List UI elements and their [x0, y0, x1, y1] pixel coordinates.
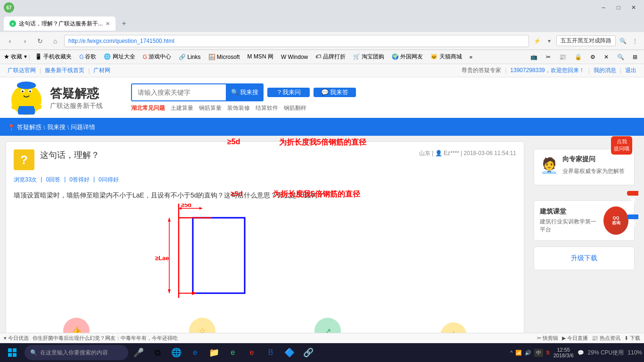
breadcrumb: 📍 答疑解惑 \ 我来搜 \ 问题详情: [0, 119, 644, 136]
live-stream[interactable]: ▶ 今日直播: [562, 335, 588, 342]
start-button[interactable]: [2, 344, 23, 361]
bookmark-brand[interactable]: 🏷 品牌打折: [313, 52, 348, 62]
minimize-button[interactable]: –: [597, 3, 610, 12]
breadcrumb-current: 问题详情: [71, 123, 95, 132]
tag-fanyang[interactable]: 钢筋翻样: [284, 104, 306, 112]
app-browser2[interactable]: e: [224, 344, 241, 361]
svg-marker-19: [168, 218, 171, 222]
user-phone[interactable]: 13907298339，欢迎您回来！: [510, 66, 584, 74]
today-picks[interactable]: ▾ 今日优选: [4, 335, 29, 342]
forward-button[interactable]: ›: [19, 35, 31, 47]
toolbar-icon-2[interactable]: ✂: [543, 53, 553, 61]
tag-tujian[interactable]: 土建算量: [171, 104, 193, 112]
answer-button[interactable]: 💬 我来答: [314, 88, 356, 97]
tag-zhuangshi[interactable]: 装饰装修: [227, 104, 250, 112]
search-button[interactable]: 🔍 我来搜: [226, 83, 264, 101]
ask-button[interactable]: ？我来问: [267, 88, 310, 97]
search-tags: 湖北常见问题 土建算量 钢筋算量 装饰装修 结算软件 钢筋翻样: [131, 104, 636, 112]
close-button[interactable]: ✕: [627, 3, 640, 12]
toolbar-icon-5[interactable]: ⚙: [587, 53, 598, 61]
my-messages-link[interactable]: 我的消息: [594, 66, 616, 74]
new-tab-button[interactable]: +: [117, 17, 131, 30]
link-guanglianda-official[interactable]: 广联达官网: [8, 66, 36, 74]
app-edge[interactable]: e: [187, 344, 204, 361]
bookmark-phone[interactable]: 📱 手机收藏夹: [32, 52, 74, 62]
taskbar-search-icon: 🔍: [30, 349, 37, 356]
logout-link[interactable]: 退出: [625, 66, 636, 74]
app-ie[interactable]: 🌐: [168, 344, 185, 361]
tab-title: 这句话，理解？广联达服务新干...: [19, 20, 103, 28]
toolbar-icon-3[interactable]: 📰: [556, 53, 569, 61]
bookmark-tmall[interactable]: 🐱 天猫商城: [428, 52, 464, 62]
feedback-button[interactable]: 意见反馈: [627, 191, 638, 196]
download-item[interactable]: ⬇ 下载: [624, 335, 640, 342]
bookmark-msn[interactable]: M MSN 网: [245, 52, 276, 62]
link-service-home[interactable]: 服务新干线首页: [45, 66, 84, 74]
app-ie2[interactable]: e: [243, 344, 260, 361]
toolbar-icon-7[interactable]: 🔍: [614, 53, 627, 61]
quick-edit[interactable]: ✂ 快剪辑: [537, 335, 558, 342]
site-subtitle: 广联达服务新干线: [50, 102, 103, 110]
toolbar-icon-8[interactable]: ⊞: [630, 53, 640, 61]
refresh-button[interactable]: ↻: [34, 35, 46, 47]
bookmark-game[interactable]: G 游戏中心: [140, 52, 174, 62]
settings-icon[interactable]: ⋮: [630, 36, 640, 46]
follow-button[interactable]: 关注我们: [627, 214, 638, 219]
link-guangcai[interactable]: 广材网: [93, 66, 110, 74]
expert-desc: 业界最权威专家为您解答: [562, 167, 625, 175]
svg-marker-20: [168, 289, 171, 293]
active-tab[interactable]: e 这句话，理解？广联达服务新干... ✕: [4, 16, 116, 31]
notification-icon[interactable]: 💬: [578, 350, 584, 356]
app-sogou[interactable]: 🔷: [281, 344, 298, 361]
bookmark-webdaquan[interactable]: 🌐 网址大全: [101, 52, 138, 62]
hot-news[interactable]: 📰 热点资讯: [592, 335, 620, 342]
bookmark-google[interactable]: G 谷歌: [76, 52, 99, 62]
app-baidu[interactable]: B: [262, 344, 279, 361]
taskbar-search[interactable]: 🔍 在这里输入你要搜索的内容: [25, 345, 128, 360]
consult-bubble[interactable]: 点我提问哦: [611, 136, 632, 155]
back-button[interactable]: ‹: [4, 35, 16, 47]
cpu-usage: 29% CPU使用: [588, 349, 624, 357]
bookmark-taobao[interactable]: 🛒 淘宝团购: [350, 52, 387, 62]
ime-indicator[interactable]: 中: [534, 349, 543, 357]
favorite-text[interactable]: 五五开黑互对成阵路: [556, 35, 616, 46]
upgrade-label[interactable]: 升级下载: [571, 254, 597, 263]
picks-icon: ▾: [4, 335, 7, 341]
question-body: 墙顶设置暗梁时，墙筋伸至暗梁内不小于LaE，且设有不小于5d的直钩？这句话什么意…: [14, 189, 516, 201]
toolbar-icon-6[interactable]: ✕: [601, 53, 611, 61]
search-icon[interactable]: 🔍: [618, 36, 628, 46]
taskbar-time[interactable]: 12:55 2018/3/6: [553, 347, 574, 358]
bookmark-microsoft[interactable]: 🪟 Microsoft: [206, 53, 243, 61]
bookmark-window[interactable]: W Window: [278, 53, 311, 61]
tag-hubei[interactable]: 湖北常见问题: [131, 104, 165, 112]
search-input[interactable]: [131, 83, 226, 101]
bookmark-star[interactable]: ★ 收藏 ▾: [4, 53, 27, 61]
dropdown-icon[interactable]: ▾: [544, 36, 554, 46]
tag-jiesuan[interactable]: 结算软件: [256, 104, 278, 112]
svg-text:≥5d: ≥5d: [181, 204, 191, 208]
app-chain[interactable]: 🔗: [300, 344, 317, 361]
cortana-icon[interactable]: 🎤: [130, 344, 147, 361]
current-date: 2018/3/6: [553, 353, 574, 358]
toolbar-icon-4[interactable]: 🔒: [572, 53, 585, 61]
news-icon: 📰: [592, 335, 598, 341]
site-title: 答疑解惑: [50, 85, 103, 102]
breadcrumb-home[interactable]: 答疑解惑: [17, 123, 41, 132]
tag-gangjin[interactable]: 钢筋算量: [199, 104, 222, 112]
building-desc: 建筑行业实训教学第一平台: [540, 218, 600, 234]
tab-close-icon[interactable]: ✕: [106, 21, 110, 27]
lightning-icon[interactable]: ⚡: [532, 36, 542, 46]
bookmark-links[interactable]: 🔗 Links: [176, 53, 203, 61]
toolbar-icon-1[interactable]: 📺: [528, 53, 540, 61]
home-button[interactable]: ⌂: [49, 35, 61, 47]
network-icon: 📶: [515, 350, 522, 356]
task-view-icon[interactable]: ⧉: [149, 344, 166, 361]
bookmark-foreign[interactable]: 🌍 外国网友: [389, 52, 426, 62]
tab-favicon: e: [9, 20, 16, 27]
address-input[interactable]: [64, 35, 529, 47]
restore-button[interactable]: □: [612, 3, 625, 12]
breadcrumb-search[interactable]: 我来搜: [47, 123, 66, 132]
bookmark-more[interactable]: »: [467, 53, 476, 61]
download-label: 下载: [630, 335, 640, 342]
app-explorer[interactable]: 📁: [206, 344, 223, 361]
